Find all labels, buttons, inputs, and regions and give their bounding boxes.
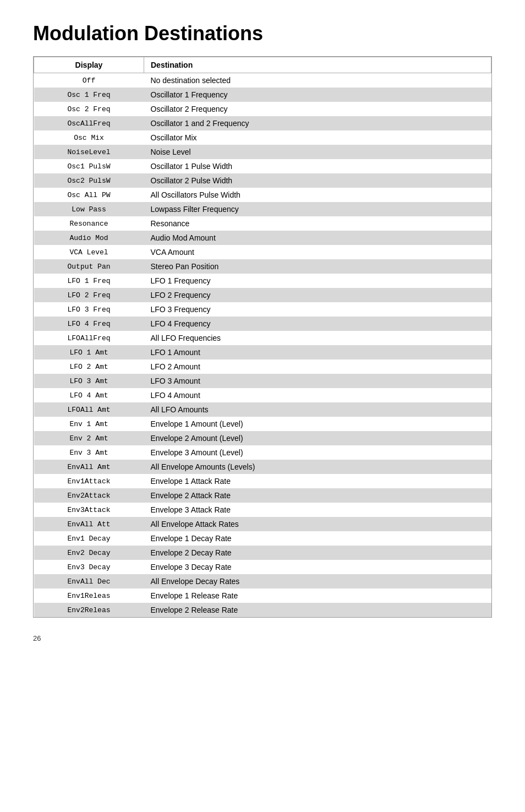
table-row: Env2 DecayEnvelope 2 Decay Rate [34, 546, 491, 560]
display-cell: LFO 4 Amt [34, 388, 144, 402]
table-row: LFOAll AmtAll LFO Amounts [34, 402, 491, 417]
display-cell: Output Pan [34, 259, 144, 274]
destination-cell: Envelope 2 Attack Rate [144, 488, 491, 503]
page-title: Modulation Destinations [33, 22, 492, 45]
display-cell: Env2Releas [34, 603, 144, 617]
display-cell: LFO 3 Amt [34, 374, 144, 388]
table-row: LFO 3 AmtLFO 3 Amount [34, 374, 491, 388]
table-row: VCA LevelVCA Amount [34, 245, 491, 259]
display-cell: Off [34, 73, 144, 88]
destination-cell: Envelope 1 Attack Rate [144, 474, 491, 488]
destination-cell: All Envelope Attack Rates [144, 517, 491, 531]
display-cell: Osc All PW [34, 188, 144, 202]
display-cell: LFO 1 Freq [34, 274, 144, 288]
destination-cell: Envelope 2 Release Rate [144, 603, 491, 617]
display-cell: LFO 4 Freq [34, 317, 144, 331]
destination-cell: LFO 2 Frequency [144, 288, 491, 302]
table-row: Low PassLowpass Filter Frequency [34, 202, 491, 216]
table-container: Display Destination OffNo destination se… [33, 56, 492, 618]
header-destination: Destination [144, 57, 491, 73]
destination-cell: Oscillator 2 Pulse Width [144, 173, 491, 188]
table-row: OscAllFreqOscillator 1 and 2 Frequency [34, 116, 491, 130]
display-cell: Osc1 PulsW [34, 159, 144, 173]
table-header-row: Display Destination [34, 57, 491, 73]
destination-cell: Oscillator 1 and 2 Frequency [144, 116, 491, 130]
destination-cell: LFO 3 Amount [144, 374, 491, 388]
destination-cell: Oscillator 1 Frequency [144, 88, 491, 102]
destination-cell: LFO 1 Frequency [144, 274, 491, 288]
table-row: Env 3 AmtEnvelope 3 Amount (Level) [34, 445, 491, 460]
destination-cell: All Envelope Decay Rates [144, 574, 491, 588]
table-row: Osc 1 FreqOscillator 1 Frequency [34, 88, 491, 102]
display-cell: Low Pass [34, 202, 144, 216]
table-row: Env2ReleasEnvelope 2 Release Rate [34, 603, 491, 617]
destination-cell: Oscillator 1 Pulse Width [144, 159, 491, 173]
table-row: EnvAll AmtAll Envelope Amounts (Levels) [34, 460, 491, 474]
table-row: Audio ModAudio Mod Amount [34, 231, 491, 245]
display-cell: EnvAll Att [34, 517, 144, 531]
table-row: Env 2 AmtEnvelope 2 Amount (Level) [34, 431, 491, 445]
table-row: LFO 2 FreqLFO 2 Frequency [34, 288, 491, 302]
destination-cell: Envelope 2 Amount (Level) [144, 431, 491, 445]
table-row: Output PanStereo Pan Position [34, 259, 491, 274]
table-row: LFO 4 AmtLFO 4 Amount [34, 388, 491, 402]
destination-cell: No destination selected [144, 73, 491, 88]
destination-cell: Envelope 3 Amount (Level) [144, 445, 491, 460]
display-cell: Env2 Decay [34, 546, 144, 560]
destination-cell: Envelope 1 Decay Rate [144, 531, 491, 546]
table-row: Env1 DecayEnvelope 1 Decay Rate [34, 531, 491, 546]
table-row: Env1ReleasEnvelope 1 Release Rate [34, 588, 491, 603]
table-row: ResonanceResonance [34, 216, 491, 231]
display-cell: Env1Attack [34, 474, 144, 488]
display-cell: Env1Releas [34, 588, 144, 603]
destination-cell: Envelope 1 Amount (Level) [144, 417, 491, 431]
destination-cell: All LFO Amounts [144, 402, 491, 417]
destination-cell: LFO 3 Frequency [144, 302, 491, 317]
table-row: LFOAllFreqAll LFO Frequencies [34, 331, 491, 345]
display-cell: Resonance [34, 216, 144, 231]
header-display: Display [34, 57, 144, 73]
table-row: Osc MixOscillator Mix [34, 130, 491, 145]
destination-cell: Oscillator Mix [144, 130, 491, 145]
display-cell: Env 1 Amt [34, 417, 144, 431]
display-cell: Audio Mod [34, 231, 144, 245]
table-row: Env1AttackEnvelope 1 Attack Rate [34, 474, 491, 488]
destination-cell: Resonance [144, 216, 491, 231]
destination-cell: Audio Mod Amount [144, 231, 491, 245]
destination-cell: Envelope 2 Decay Rate [144, 546, 491, 560]
table-row: Env 1 AmtEnvelope 1 Amount (Level) [34, 417, 491, 431]
destination-cell: LFO 4 Frequency [144, 317, 491, 331]
table-row: LFO 1 AmtLFO 1 Amount [34, 345, 491, 359]
display-cell: OscAllFreq [34, 116, 144, 130]
table-row: EnvAll AttAll Envelope Attack Rates [34, 517, 491, 531]
table-row: LFO 2 AmtLFO 2 Amount [34, 359, 491, 374]
destination-cell: Envelope 3 Decay Rate [144, 560, 491, 574]
destination-cell: Oscillator 2 Frequency [144, 102, 491, 116]
display-cell: EnvAll Dec [34, 574, 144, 588]
display-cell: Env 2 Amt [34, 431, 144, 445]
display-cell: LFOAllFreq [34, 331, 144, 345]
table-row: Env2AttackEnvelope 2 Attack Rate [34, 488, 491, 503]
table-row: Osc All PWAll Oscillators Pulse Width [34, 188, 491, 202]
display-cell: LFO 3 Freq [34, 302, 144, 317]
display-cell: EnvAll Amt [34, 460, 144, 474]
destination-cell: All Oscillators Pulse Width [144, 188, 491, 202]
destination-cell: Envelope 3 Attack Rate [144, 503, 491, 517]
destination-cell: Stereo Pan Position [144, 259, 491, 274]
display-cell: LFO 2 Freq [34, 288, 144, 302]
table-row: LFO 3 FreqLFO 3 Frequency [34, 302, 491, 317]
table-row: Osc2 PulsWOscillator 2 Pulse Width [34, 173, 491, 188]
destination-cell: Lowpass Filter Frequency [144, 202, 491, 216]
table-row: EnvAll DecAll Envelope Decay Rates [34, 574, 491, 588]
modulation-table: Display Destination OffNo destination se… [34, 57, 491, 617]
display-cell: Osc 2 Freq [34, 102, 144, 116]
table-row: Osc 2 FreqOscillator 2 Frequency [34, 102, 491, 116]
destination-cell: Noise Level [144, 145, 491, 159]
display-cell: Osc Mix [34, 130, 144, 145]
table-row: LFO 4 FreqLFO 4 Frequency [34, 317, 491, 331]
display-cell: Osc2 PulsW [34, 173, 144, 188]
table-row: Env3AttackEnvelope 3 Attack Rate [34, 503, 491, 517]
display-cell: NoiseLevel [34, 145, 144, 159]
destination-cell: LFO 1 Amount [144, 345, 491, 359]
display-cell: LFO 2 Amt [34, 359, 144, 374]
